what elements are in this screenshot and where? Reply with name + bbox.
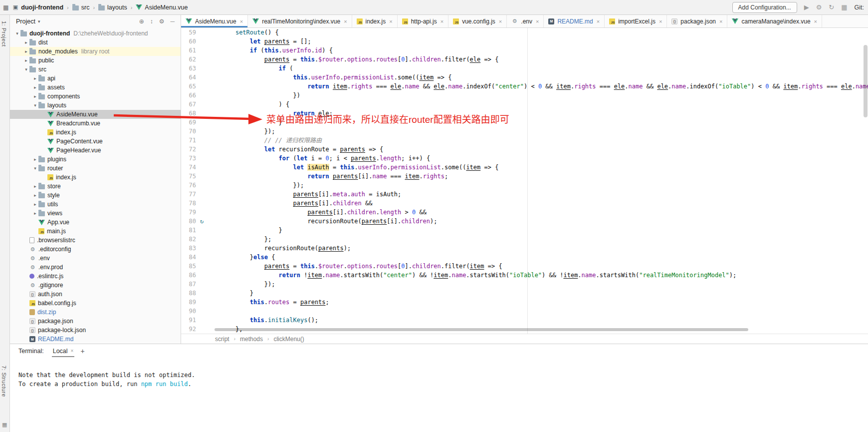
- line-number[interactable]: 59: [181, 28, 196, 37]
- line-number[interactable]: 62: [181, 55, 196, 64]
- tree-item-views[interactable]: ▸views: [10, 209, 181, 218]
- tree-item-src[interactable]: ▾src: [10, 65, 181, 74]
- tree-item-env-prod[interactable]: ⚙.env.prod: [10, 263, 181, 272]
- close-icon[interactable]: ×: [389, 18, 392, 24]
- tree-item-dist-zip[interactable]: dist.zip: [10, 308, 181, 317]
- expand-icon[interactable]: ↕: [150, 18, 153, 25]
- editor-tab-index-js[interactable]: JSindex.js×: [352, 15, 398, 27]
- code-line-84[interactable]: 84 }else {: [181, 253, 868, 262]
- chevron-right-icon[interactable]: ▸: [32, 85, 38, 90]
- line-number[interactable]: 77: [181, 190, 196, 199]
- tree-item-api[interactable]: ▸api: [10, 74, 181, 83]
- chevron-down-icon[interactable]: ▾: [32, 166, 38, 171]
- line-number[interactable]: 71: [181, 136, 196, 145]
- chevron-down-icon[interactable]: ▾: [14, 31, 20, 36]
- close-icon[interactable]: ×: [71, 348, 74, 354]
- line-number[interactable]: 60: [181, 37, 196, 46]
- code-line-77[interactable]: 77 parents[i].meta.auth = isAuth;: [181, 190, 868, 199]
- tree-item-router[interactable]: ▾router: [10, 164, 181, 173]
- code-line-78[interactable]: 78 parents[i].children &&: [181, 199, 868, 208]
- code-line-66[interactable]: 66 }): [181, 91, 868, 100]
- chevron-right-icon[interactable]: ▸: [32, 184, 38, 189]
- code-line-87[interactable]: 87 });: [181, 280, 868, 289]
- editor-tab-package-json[interactable]: {}package.json×: [667, 15, 727, 27]
- tree-item-layouts[interactable]: ▾layouts: [10, 101, 181, 110]
- editor-tab-realtimemonitoring-index-vue[interactable]: realTimeMonitoring\index.vue×: [248, 15, 352, 27]
- line-number[interactable]: 83: [181, 244, 196, 253]
- line-number[interactable]: 92: [181, 325, 196, 334]
- tree-item-store[interactable]: ▸store: [10, 182, 181, 191]
- line-number[interactable]: 78: [181, 199, 196, 208]
- editor-breadcrumb-script[interactable]: script: [215, 336, 229, 343]
- editor-tab-importexcel-js[interactable]: JSimportExcel.js×: [605, 15, 667, 27]
- code-line-74[interactable]: 74 let isAuth = this.userInfo.permission…: [181, 163, 868, 172]
- code-line-72[interactable]: 72 let recursionRoute = parents => {: [181, 145, 868, 154]
- tree-item-public[interactable]: ▸public: [10, 56, 181, 65]
- add-configuration-button[interactable]: Add Configuration...: [732, 2, 797, 13]
- run-icon[interactable]: ▶: [804, 3, 809, 11]
- hide-icon[interactable]: ─: [170, 18, 175, 25]
- terminal-tab-local[interactable]: Local ×: [52, 345, 75, 357]
- layout-icon[interactable]: ▦: [841, 3, 847, 11]
- chevron-right-icon[interactable]: ▸: [32, 211, 38, 216]
- tree-item-components[interactable]: ▸components: [10, 92, 181, 101]
- line-number[interactable]: 63: [181, 64, 196, 73]
- tool-window-button-structure[interactable]: 7: Structure: [1, 366, 9, 397]
- code-line-65[interactable]: 65 return item.rights === ele.name && el…: [181, 82, 868, 91]
- code-line-83[interactable]: 83 recursionRoute(parents);: [181, 244, 868, 253]
- line-number[interactable]: 80: [181, 217, 196, 226]
- tree-item-style[interactable]: ▸style: [10, 191, 181, 200]
- tree-item-utils[interactable]: ▸utils: [10, 200, 181, 209]
- editor-tab-cameramanage-index-vue[interactable]: cameraManage\index.vue×: [727, 15, 822, 27]
- chevron-right-icon[interactable]: ▸: [23, 49, 29, 54]
- code-line-85[interactable]: 85 parents = this.$router.options.routes…: [181, 262, 868, 271]
- close-icon[interactable]: ×: [440, 18, 443, 24]
- tree-item-pagecontent-vue[interactable]: PageContent.vue: [10, 137, 181, 146]
- close-icon[interactable]: ×: [536, 18, 539, 24]
- line-number[interactable]: 84: [181, 253, 196, 262]
- tree-item-breadcrumb-vue[interactable]: Breadcrumb.vue: [10, 119, 181, 128]
- line-number[interactable]: 79: [181, 208, 196, 217]
- line-number[interactable]: 74: [181, 163, 196, 172]
- tree-item-index-js[interactable]: JSindex.js: [10, 128, 181, 137]
- code-line-63[interactable]: 63 if (: [181, 64, 868, 73]
- code-line-86[interactable]: 86 return !item.name.startsWith("center"…: [181, 271, 868, 280]
- code-line-82[interactable]: 82 };: [181, 235, 868, 244]
- editor-tab-env[interactable]: ⚙.env×: [507, 15, 544, 27]
- tree-item-dist[interactable]: ▸dist: [10, 38, 181, 47]
- new-terminal-button[interactable]: +: [80, 347, 84, 355]
- close-icon[interactable]: ×: [344, 18, 347, 24]
- code-line-59[interactable]: 59 setRoute() {: [181, 28, 868, 37]
- line-number[interactable]: 89: [181, 298, 196, 307]
- line-number[interactable]: 61: [181, 46, 196, 55]
- line-number[interactable]: 86: [181, 271, 196, 280]
- line-number[interactable]: 72: [181, 145, 196, 154]
- code-line-73[interactable]: 73 for (let i = 0; i < parents.length; i…: [181, 154, 868, 163]
- refresh-icon[interactable]: ↻: [829, 3, 834, 11]
- tree-item-babel-config-js[interactable]: JSbabel.config.js: [10, 299, 181, 308]
- code-line-67[interactable]: 67 ) {: [181, 100, 868, 109]
- settings-icon[interactable]: ⚙: [816, 3, 822, 11]
- line-number[interactable]: 68: [181, 109, 196, 118]
- code-line-61[interactable]: 61 if (this.userInfo.id) {: [181, 46, 868, 55]
- tree-item-env[interactable]: ⚙.env: [10, 254, 181, 263]
- breadcrumb-item-layouts[interactable]: layouts: [98, 4, 127, 11]
- code-line-89[interactable]: 89 this.routes = parents;: [181, 298, 868, 307]
- close-icon[interactable]: ×: [719, 18, 722, 24]
- line-number[interactable]: 82: [181, 235, 196, 244]
- line-number[interactable]: 69: [181, 118, 196, 127]
- tool-window-button-project[interactable]: 1: Project: [1, 21, 9, 46]
- line-number[interactable]: 91: [181, 316, 196, 325]
- vertical-scrollbar[interactable]: [864, 45, 868, 117]
- tree-item-index-js[interactable]: JSindex.js: [10, 173, 181, 182]
- editor-tab-asidemenu-vue[interactable]: AsideMenu.vue×: [181, 15, 248, 27]
- chevron-right-icon[interactable]: ▸: [23, 40, 29, 45]
- code-line-71[interactable]: 71 // // 递归权限路由: [181, 136, 868, 145]
- line-number[interactable]: 76: [181, 181, 196, 190]
- tree-item-package-json[interactable]: {}package.json: [10, 317, 181, 326]
- tree-item-node-modules[interactable]: ▸node_moduleslibrary root: [10, 47, 181, 56]
- tree-item-assets[interactable]: ▸assets: [10, 83, 181, 92]
- tree-item-pageheader-vue[interactable]: PageHeader.vue: [10, 146, 181, 155]
- line-number[interactable]: 87: [181, 280, 196, 289]
- project-view-selector[interactable]: Project ▾: [16, 18, 40, 25]
